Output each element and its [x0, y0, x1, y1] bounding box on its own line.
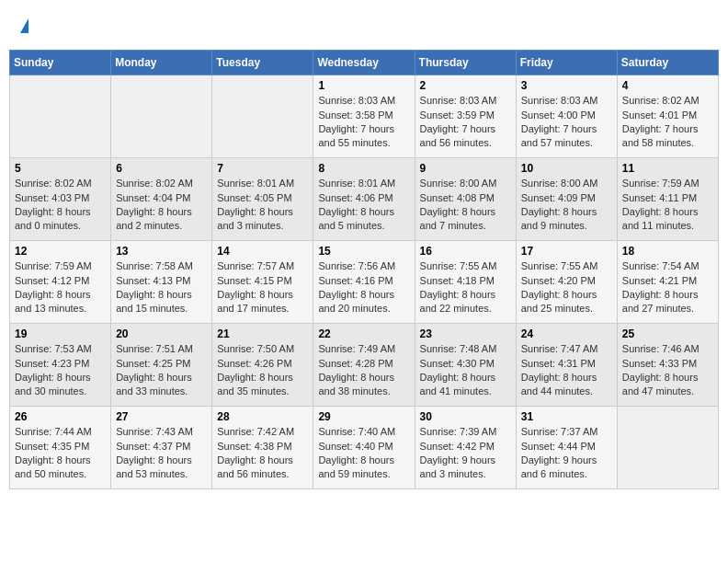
header-sunday: Sunday: [10, 51, 111, 75]
day-info: Sunrise: 8:02 AM Sunset: 4:01 PM Dayligh…: [622, 94, 713, 151]
day-number: 17: [521, 245, 612, 258]
day-number: 11: [622, 162, 713, 175]
header-wednesday: Wednesday: [313, 51, 415, 75]
calendar-cell: 28Sunrise: 7:42 AM Sunset: 4:38 PM Dayli…: [212, 407, 313, 489]
calendar-cell: 14Sunrise: 7:57 AM Sunset: 4:15 PM Dayli…: [212, 241, 313, 324]
day-number: 5: [15, 162, 106, 175]
logo: [18, 14, 28, 36]
day-info: Sunrise: 8:00 AM Sunset: 4:09 PM Dayligh…: [521, 177, 612, 234]
day-number: 8: [318, 162, 409, 175]
day-number: 29: [318, 410, 409, 423]
day-info: Sunrise: 8:02 AM Sunset: 4:03 PM Dayligh…: [15, 177, 106, 234]
day-number: 16: [420, 245, 511, 258]
day-info: Sunrise: 8:03 AM Sunset: 4:00 PM Dayligh…: [521, 94, 612, 151]
calendar-cell: 6Sunrise: 8:02 AM Sunset: 4:04 PM Daylig…: [111, 158, 212, 241]
calendar-cell: 16Sunrise: 7:55 AM Sunset: 4:18 PM Dayli…: [415, 241, 516, 324]
day-info: Sunrise: 7:39 AM Sunset: 4:42 PM Dayligh…: [420, 425, 511, 482]
day-number: 7: [217, 162, 308, 175]
calendar-cell: 17Sunrise: 7:55 AM Sunset: 4:20 PM Dayli…: [516, 241, 617, 324]
day-number: 31: [521, 410, 612, 423]
day-number: 12: [15, 245, 106, 258]
day-number: 10: [521, 162, 612, 175]
calendar-cell: 30Sunrise: 7:39 AM Sunset: 4:42 PM Dayli…: [415, 407, 516, 489]
calendar-cell: 21Sunrise: 7:50 AM Sunset: 4:26 PM Dayli…: [212, 324, 313, 407]
header-saturday: Saturday: [617, 51, 718, 75]
day-info: Sunrise: 7:37 AM Sunset: 4:44 PM Dayligh…: [521, 425, 612, 482]
day-info: Sunrise: 7:56 AM Sunset: 4:16 PM Dayligh…: [318, 259, 409, 316]
day-info: Sunrise: 7:54 AM Sunset: 4:21 PM Dayligh…: [622, 259, 713, 316]
day-info: Sunrise: 7:51 AM Sunset: 4:25 PM Dayligh…: [116, 342, 207, 399]
day-info: Sunrise: 7:42 AM Sunset: 4:38 PM Dayligh…: [217, 425, 308, 482]
calendar-cell: 19Sunrise: 7:53 AM Sunset: 4:23 PM Dayli…: [10, 324, 111, 407]
day-info: Sunrise: 8:03 AM Sunset: 3:58 PM Dayligh…: [318, 94, 409, 151]
calendar-week-5: 26Sunrise: 7:44 AM Sunset: 4:35 PM Dayli…: [10, 407, 719, 489]
day-info: Sunrise: 8:01 AM Sunset: 4:06 PM Dayligh…: [318, 177, 409, 234]
day-number: 26: [15, 410, 106, 423]
page-header: [9, 9, 719, 40]
day-info: Sunrise: 8:02 AM Sunset: 4:04 PM Dayligh…: [116, 177, 207, 234]
day-number: 14: [217, 245, 308, 258]
day-number: 25: [622, 327, 713, 340]
calendar-cell: 9Sunrise: 8:00 AM Sunset: 4:08 PM Daylig…: [415, 158, 516, 241]
day-number: 27: [116, 410, 207, 423]
day-info: Sunrise: 7:43 AM Sunset: 4:37 PM Dayligh…: [116, 425, 207, 482]
calendar-table: SundayMondayTuesdayWednesdayThursdayFrid…: [9, 50, 719, 489]
header-tuesday: Tuesday: [212, 51, 313, 75]
header-monday: Monday: [111, 51, 212, 75]
calendar-cell: [111, 75, 212, 158]
day-info: Sunrise: 8:00 AM Sunset: 4:08 PM Dayligh…: [420, 177, 511, 234]
day-info: Sunrise: 7:59 AM Sunset: 4:12 PM Dayligh…: [15, 259, 106, 316]
day-number: 2: [420, 79, 511, 92]
day-number: 9: [420, 162, 511, 175]
calendar-cell: 23Sunrise: 7:48 AM Sunset: 4:30 PM Dayli…: [415, 324, 516, 407]
calendar-cell: 20Sunrise: 7:51 AM Sunset: 4:25 PM Dayli…: [111, 324, 212, 407]
day-info: Sunrise: 7:47 AM Sunset: 4:31 PM Dayligh…: [521, 342, 612, 399]
day-info: Sunrise: 7:59 AM Sunset: 4:11 PM Dayligh…: [622, 177, 713, 234]
day-number: 22: [318, 327, 409, 340]
day-number: 18: [622, 245, 713, 258]
calendar-cell: 2Sunrise: 8:03 AM Sunset: 3:59 PM Daylig…: [415, 75, 516, 158]
day-info: Sunrise: 8:03 AM Sunset: 3:59 PM Dayligh…: [420, 94, 511, 151]
logo-arrow-icon: [20, 18, 28, 33]
day-info: Sunrise: 7:55 AM Sunset: 4:20 PM Dayligh…: [521, 259, 612, 316]
day-number: 23: [420, 327, 511, 340]
calendar-cell: 22Sunrise: 7:49 AM Sunset: 4:28 PM Dayli…: [313, 324, 415, 407]
calendar-header-row: SundayMondayTuesdayWednesdayThursdayFrid…: [10, 51, 719, 75]
calendar-cell: 27Sunrise: 7:43 AM Sunset: 4:37 PM Dayli…: [111, 407, 212, 489]
calendar-cell: [617, 407, 718, 489]
calendar-cell: 4Sunrise: 8:02 AM Sunset: 4:01 PM Daylig…: [617, 75, 718, 158]
day-number: 21: [217, 327, 308, 340]
calendar-cell: 10Sunrise: 8:00 AM Sunset: 4:09 PM Dayli…: [516, 158, 617, 241]
day-info: Sunrise: 7:46 AM Sunset: 4:33 PM Dayligh…: [622, 342, 713, 399]
day-info: Sunrise: 7:58 AM Sunset: 4:13 PM Dayligh…: [116, 259, 207, 316]
day-number: 4: [622, 79, 713, 92]
calendar-cell: 15Sunrise: 7:56 AM Sunset: 4:16 PM Dayli…: [313, 241, 415, 324]
day-number: 13: [116, 245, 207, 258]
day-number: 3: [521, 79, 612, 92]
day-number: 6: [116, 162, 207, 175]
day-number: 19: [15, 327, 106, 340]
calendar-week-3: 12Sunrise: 7:59 AM Sunset: 4:12 PM Dayli…: [10, 241, 719, 324]
day-info: Sunrise: 7:48 AM Sunset: 4:30 PM Dayligh…: [420, 342, 511, 399]
day-info: Sunrise: 7:55 AM Sunset: 4:18 PM Dayligh…: [420, 259, 511, 316]
day-number: 15: [318, 245, 409, 258]
calendar-cell: 25Sunrise: 7:46 AM Sunset: 4:33 PM Dayli…: [617, 324, 718, 407]
day-number: 1: [318, 79, 409, 92]
calendar-cell: 5Sunrise: 8:02 AM Sunset: 4:03 PM Daylig…: [10, 158, 111, 241]
calendar-cell: 24Sunrise: 7:47 AM Sunset: 4:31 PM Dayli…: [516, 324, 617, 407]
calendar-cell: 26Sunrise: 7:44 AM Sunset: 4:35 PM Dayli…: [10, 407, 111, 489]
calendar-cell: 29Sunrise: 7:40 AM Sunset: 4:40 PM Dayli…: [313, 407, 415, 489]
day-info: Sunrise: 7:44 AM Sunset: 4:35 PM Dayligh…: [15, 425, 106, 482]
calendar-week-2: 5Sunrise: 8:02 AM Sunset: 4:03 PM Daylig…: [10, 158, 719, 241]
calendar-cell: 8Sunrise: 8:01 AM Sunset: 4:06 PM Daylig…: [313, 158, 415, 241]
header-thursday: Thursday: [415, 51, 516, 75]
calendar-cell: 1Sunrise: 8:03 AM Sunset: 3:58 PM Daylig…: [313, 75, 415, 158]
calendar-cell: [212, 75, 313, 158]
day-info: Sunrise: 7:50 AM Sunset: 4:26 PM Dayligh…: [217, 342, 308, 399]
calendar-week-1: 1Sunrise: 8:03 AM Sunset: 3:58 PM Daylig…: [10, 75, 719, 158]
calendar-week-4: 19Sunrise: 7:53 AM Sunset: 4:23 PM Dayli…: [10, 324, 719, 407]
day-number: 30: [420, 410, 511, 423]
day-info: Sunrise: 7:53 AM Sunset: 4:23 PM Dayligh…: [15, 342, 106, 399]
calendar-cell: 13Sunrise: 7:58 AM Sunset: 4:13 PM Dayli…: [111, 241, 212, 324]
calendar-cell: 18Sunrise: 7:54 AM Sunset: 4:21 PM Dayli…: [617, 241, 718, 324]
